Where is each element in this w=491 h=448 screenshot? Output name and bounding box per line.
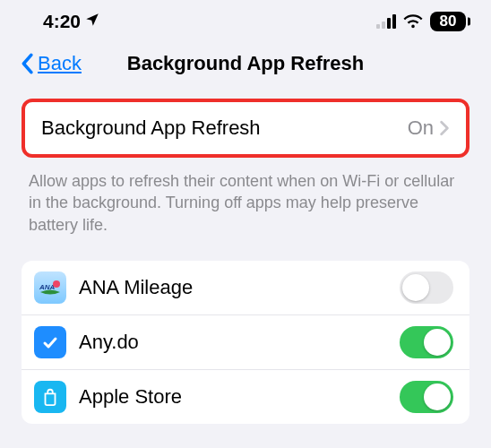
list-item: ANA ANA Mileage (22, 261, 469, 314)
app-icon-ana: ANA (34, 271, 66, 304)
location-icon (84, 11, 100, 32)
app-icon-anydo (34, 326, 66, 358)
battery-icon: 80 (430, 12, 466, 31)
chevron-left-icon (20, 53, 34, 74)
background-refresh-row[interactable]: Background App Refresh On (25, 102, 466, 154)
svg-text:ANA: ANA (39, 283, 56, 291)
app-name: Apple Store (79, 385, 400, 409)
cellular-icon (376, 14, 396, 29)
chevron-right-icon (439, 120, 450, 136)
app-icon-applestore (34, 381, 66, 413)
toggle-switch[interactable] (400, 326, 453, 358)
list-item: Apple Store (22, 369, 469, 424)
clock: 4:20 (43, 11, 81, 32)
section-footer: Allow apps to refresh their content when… (22, 158, 469, 236)
back-button[interactable]: Back (20, 52, 82, 75)
svg-point-1 (53, 280, 60, 288)
master-toggle-card: Background App Refresh On (22, 99, 469, 158)
status-bar: 4:20 80 (0, 0, 491, 36)
app-list: ANA ANA Mileage Any.do Apple Store (22, 261, 469, 424)
row-value: On (408, 116, 434, 140)
wifi-icon (403, 13, 423, 30)
back-label: Back (38, 52, 82, 75)
toggle-switch[interactable] (400, 381, 453, 413)
app-name: Any.do (79, 331, 400, 354)
list-item: Any.do (22, 314, 469, 369)
navigation-bar: Back Background App Refresh (0, 36, 491, 84)
row-label: Background App Refresh (41, 116, 408, 140)
app-name: ANA Mileage (79, 276, 400, 299)
toggle-switch[interactable] (400, 271, 453, 304)
